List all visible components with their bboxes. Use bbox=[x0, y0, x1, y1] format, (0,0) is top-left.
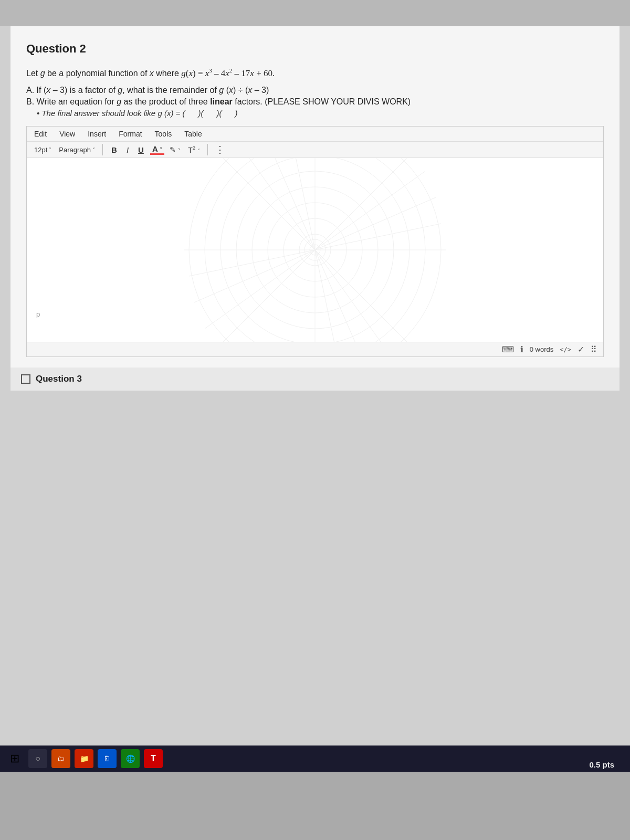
toolbar: 12pt ˅ Paragraph ˅ B I U A ˅ ✎ ˅ bbox=[27, 142, 603, 158]
keyboard-icon: ⌨ bbox=[502, 344, 514, 354]
menu-table[interactable]: Table bbox=[182, 129, 204, 139]
font-size-label: 12pt bbox=[34, 146, 47, 154]
menu-bar: Edit View Insert Format Tools Table bbox=[27, 127, 603, 142]
windows-icon[interactable]: ⊞ bbox=[5, 749, 24, 768]
bold-button[interactable]: B bbox=[108, 144, 120, 155]
underline-button[interactable]: U bbox=[135, 144, 147, 155]
search-button[interactable]: ○ bbox=[28, 749, 47, 768]
pencil-button[interactable]: ✎ ˅ bbox=[167, 145, 183, 154]
question-intro: Let g be a polynomial function of x wher… bbox=[26, 66, 604, 80]
part-a: A. If (x – 3) is a factor of g, what is … bbox=[26, 86, 604, 95]
check-icon[interactable]: ✓ bbox=[578, 344, 584, 354]
grid-icon: ⠿ bbox=[591, 344, 597, 354]
content-area: Question 2 Let g be a polynomial functio… bbox=[10, 26, 620, 368]
menu-format[interactable]: Format bbox=[117, 129, 144, 139]
taskbar: ⊞ ○ 🗂 📁 🗓 🌐 T bbox=[0, 746, 630, 772]
editor-wrapper: Edit View Insert Format Tools Table 12pt… bbox=[26, 126, 604, 357]
font-size-chevron: ˅ bbox=[49, 147, 51, 153]
paragraph-chevron: ˅ bbox=[92, 147, 95, 153]
toolbar-divider-1 bbox=[102, 144, 103, 155]
paragraph-indicator: p bbox=[36, 310, 40, 318]
question2-header: Question 2 bbox=[26, 37, 604, 56]
taskbar-icon-5[interactable]: T bbox=[144, 749, 163, 768]
top-bar bbox=[0, 0, 630, 26]
question3-label: Question 3 bbox=[36, 374, 82, 384]
taskbar-icon-4[interactable]: 🌐 bbox=[121, 749, 140, 768]
paragraph-select[interactable]: Paragraph ˅ bbox=[57, 145, 97, 155]
note: The final answer should look like g (x) … bbox=[37, 109, 604, 118]
main-container: Question 2 Let g be a polynomial functio… bbox=[0, 0, 630, 840]
paragraph-label: Paragraph bbox=[59, 146, 91, 154]
info-icon: ℹ bbox=[520, 344, 523, 354]
font-color-button[interactable]: A ˅ bbox=[150, 144, 164, 155]
editor-text-input[interactable] bbox=[27, 158, 603, 342]
editor-content[interactable]: p bbox=[27, 158, 603, 342]
t2-button[interactable]: T2 ˅ bbox=[186, 145, 202, 154]
word-count: 0 words bbox=[530, 345, 554, 353]
more-options-button[interactable]: ⋮ bbox=[213, 144, 227, 155]
taskbar-icon-2[interactable]: 📁 bbox=[75, 749, 93, 768]
taskbar-icon-3[interactable]: 🗓 bbox=[98, 749, 117, 768]
pts-label: 0.5 pts bbox=[589, 760, 614, 769]
menu-insert[interactable]: Insert bbox=[86, 129, 108, 139]
code-icon[interactable]: </> bbox=[560, 346, 571, 353]
taskbar-icon-1[interactable]: 🗂 bbox=[51, 749, 70, 768]
question3-checkbox[interactable] bbox=[21, 374, 30, 384]
font-size-select[interactable]: 12pt ˅ bbox=[32, 145, 54, 155]
menu-view[interactable]: View bbox=[57, 129, 77, 139]
menu-tools[interactable]: Tools bbox=[153, 129, 174, 139]
status-bar: ⌨ ℹ 0 words </> ✓ ⠿ bbox=[27, 342, 603, 356]
toolbar-divider-2 bbox=[207, 144, 208, 155]
italic-button[interactable]: I bbox=[123, 144, 132, 155]
question3-bar: Question 3 bbox=[10, 368, 620, 391]
menu-edit[interactable]: Edit bbox=[32, 129, 49, 139]
part-b: B. Write an equation for g as the produc… bbox=[26, 97, 604, 107]
bottom-area bbox=[0, 772, 630, 840]
